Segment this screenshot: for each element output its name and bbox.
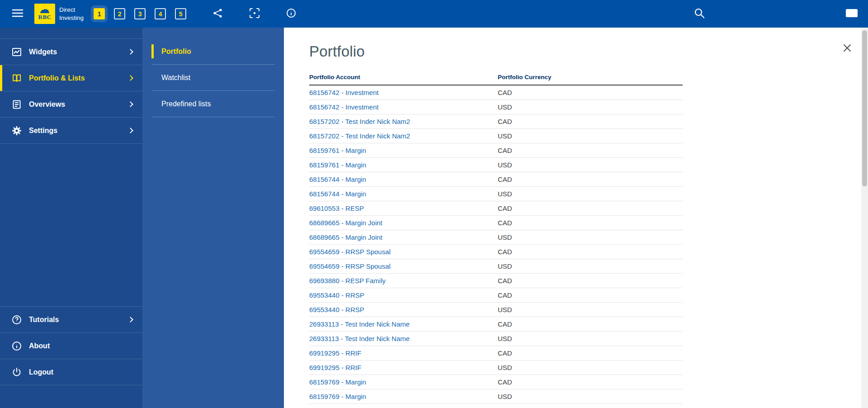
account-link[interactable]: 69553440 - RRSP: [309, 306, 364, 313]
scrollbar-thumb[interactable]: [862, 30, 867, 186]
chevron-right-icon: [127, 49, 133, 55]
submenu-item-watchlist[interactable]: Watchlist: [151, 65, 275, 91]
table-row: 68159769 - MarginCAD: [309, 375, 683, 389]
account-link[interactable]: 69553440 - RRSP: [309, 291, 364, 299]
panel-button[interactable]: [845, 9, 858, 19]
account-cell: 68159761 - Margin: [309, 157, 498, 172]
sidebar-item-overviews[interactable]: Overviews: [0, 91, 142, 118]
power-icon: [11, 367, 23, 378]
table-row: 69919295 - RRIFUSD: [309, 360, 683, 375]
help-icon: [11, 314, 23, 325]
account-link[interactable]: 69554659 - RRSP Spousal: [309, 248, 391, 256]
account-link[interactable]: 68159761 - Margin: [309, 161, 366, 169]
account-link[interactable]: 68156742 - Investment: [309, 103, 378, 111]
account-cell: 26933113 - Test Inder Nick Name: [309, 317, 498, 331]
account-link[interactable]: 68156744 - Margin: [309, 176, 366, 183]
account-link[interactable]: 26933113 - Test Inder Nick Name: [309, 335, 410, 342]
lion-icon: [39, 8, 50, 14]
close-button[interactable]: [843, 43, 852, 54]
account-link[interactable]: 69693880 - RESP Family: [309, 277, 386, 285]
currency-value: USD: [498, 100, 683, 114]
scan-button[interactable]: [249, 7, 260, 20]
account-link[interactable]: 68156742 - Investment: [309, 89, 378, 96]
submenu-item-predefined-lists[interactable]: Predefined lists: [151, 91, 275, 117]
currency-value: USD: [498, 230, 683, 244]
column-header-currency[interactable]: Portfolio Currency: [498, 74, 683, 85]
account-link[interactable]: 68159761 - Margin: [309, 147, 366, 154]
table-row: 69554659 - RRSP SpousalCAD: [309, 244, 683, 259]
portfolio-icon: [11, 73, 23, 84]
currency-value: CAD: [498, 201, 683, 215]
table-row: 69553440 - RRSPCAD: [309, 288, 683, 302]
sidebar-item-tutorials[interactable]: Tutorials: [0, 307, 142, 333]
account-link[interactable]: 68159769 - Margin: [309, 378, 366, 386]
sidebar-item-widgets[interactable]: Widgets: [0, 39, 142, 65]
info-button[interactable]: [286, 8, 297, 20]
sidebar-item-logout[interactable]: Logout: [0, 359, 142, 385]
currency-value: CAD: [498, 143, 683, 157]
vertical-scrollbar[interactable]: [861, 28, 868, 408]
sidebar-item-label: Portfolio & Lists: [29, 74, 85, 82]
currency-value: CAD: [498, 403, 683, 408]
sidebar-item-about[interactable]: About: [0, 333, 142, 359]
sidebar-item-label: Settings: [29, 127, 57, 135]
account-link[interactable]: 26933113 - Test Inder Nick Name: [309, 320, 410, 328]
workspace-tab-1[interactable]: 1: [94, 8, 105, 19]
sidebar-item-label: Widgets: [29, 48, 57, 56]
account-cell: 69919295 - RRIF: [309, 346, 498, 360]
info-icon: [286, 8, 297, 20]
workspace-tab-3[interactable]: 3: [134, 8, 146, 19]
menu-button[interactable]: [12, 9, 24, 19]
account-cell: 68157202 - Test Inder Nick Nam2: [309, 128, 498, 143]
table-row: 69554659 - RRSP SpousalUSD: [309, 259, 683, 273]
account-link[interactable]: 69919295 - RRIF: [309, 364, 361, 371]
logo-brand-text: RBC: [38, 14, 52, 20]
currency-value: CAD: [498, 273, 683, 288]
account-link[interactable]: 68689665 - Margin Joint: [309, 233, 382, 241]
gear-icon: [11, 125, 23, 136]
account-cell: 68689665 - Margin Joint: [309, 230, 498, 244]
account-link[interactable]: 68156744 - Margin: [309, 190, 366, 198]
workspace-tab-5[interactable]: 5: [175, 8, 186, 19]
chevron-right-icon: [127, 317, 133, 323]
table-row: 68156744 - MarginCAD: [309, 172, 683, 186]
submenu-item-label: Predefined lists: [161, 100, 211, 108]
workspace-tab-2[interactable]: 2: [114, 8, 125, 19]
currency-value: CAD: [498, 346, 683, 360]
account-link[interactable]: 69610553 - RESP: [309, 204, 364, 212]
widgets-icon: [11, 47, 23, 57]
portfolio-table: Portfolio Account Portfolio Currency 681…: [309, 74, 683, 408]
account-link[interactable]: 69554659 - RRSP Spousal: [309, 262, 391, 270]
account-cell: 68157202 - Test Inder Nick Nam2: [309, 114, 498, 128]
account-link[interactable]: 68157202 - Test Inder Nick Nam2: [309, 118, 410, 125]
sidebar-item-portfolio-lists[interactable]: Portfolio & Lists: [0, 65, 142, 91]
sidebar-item-settings[interactable]: Settings: [0, 118, 142, 144]
submenu-item-label: Watchlist: [161, 74, 190, 82]
search-button[interactable]: [693, 7, 705, 20]
account-link[interactable]: 69919295 - RRIF: [309, 349, 361, 357]
sidebar-item-label: Logout: [29, 368, 53, 376]
currency-value: USD: [498, 302, 683, 317]
account-cell: 26933113 - Test Inder Nick Name: [309, 331, 498, 346]
sidebar-bottom-nav: Tutorials About Logout: [0, 306, 142, 385]
workspace-tab-4[interactable]: 4: [155, 8, 166, 19]
table-row: 68689665 - Margin JointUSD: [309, 230, 683, 244]
table-row: 68156742 - InvestmentCAD: [309, 85, 683, 100]
currency-value: CAD: [498, 317, 683, 331]
tools-button[interactable]: [212, 8, 223, 20]
account-link[interactable]: 68159769 - Margin: [309, 393, 366, 400]
sidebar-item-label: About: [29, 342, 50, 350]
table-row: 68159769 - MarginUSD: [309, 389, 683, 403]
submenu-item-portfolio[interactable]: Portfolio: [151, 38, 275, 65]
tools-icon: [212, 8, 223, 20]
table-row: 69693880 - RESP FamilyCAD: [309, 273, 683, 288]
account-cell: 68159769 - Margin: [309, 389, 498, 403]
account-link[interactable]: 68689665 - Margin Joint: [309, 219, 382, 227]
account-link[interactable]: 68157202 - Test Inder Nick Nam2: [309, 132, 410, 140]
currency-value: USD: [498, 186, 683, 201]
currency-value: CAD: [498, 375, 683, 389]
account-cell: 68159766 - Investment: [309, 403, 498, 408]
table-row: 68157202 - Test Inder Nick Nam2CAD: [309, 114, 683, 128]
column-header-account[interactable]: Portfolio Account: [309, 74, 498, 85]
currency-value: USD: [498, 389, 683, 403]
